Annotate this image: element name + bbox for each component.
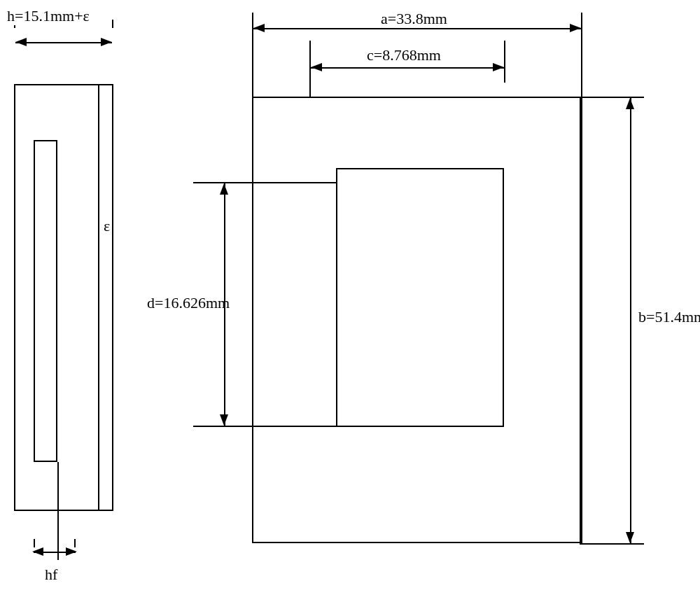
front-view-inner [336, 168, 504, 427]
label-c: c=8.768mm [364, 46, 444, 64]
label-b: b=51.4mm [638, 308, 700, 326]
label-hf: hf [45, 566, 57, 584]
label-d: d=16.626mm [147, 294, 230, 312]
label-h-text: h=15.1mm+ε [7, 7, 90, 25]
label-epsilon: ε [104, 217, 110, 235]
label-a: a=33.8mm [378, 10, 450, 28]
diagram-canvas: hh=15.1mm+ε=15.1mm+ε h=15.1mm+ε ε hf a=3… [0, 0, 700, 616]
side-view-inner-slot [34, 140, 57, 462]
